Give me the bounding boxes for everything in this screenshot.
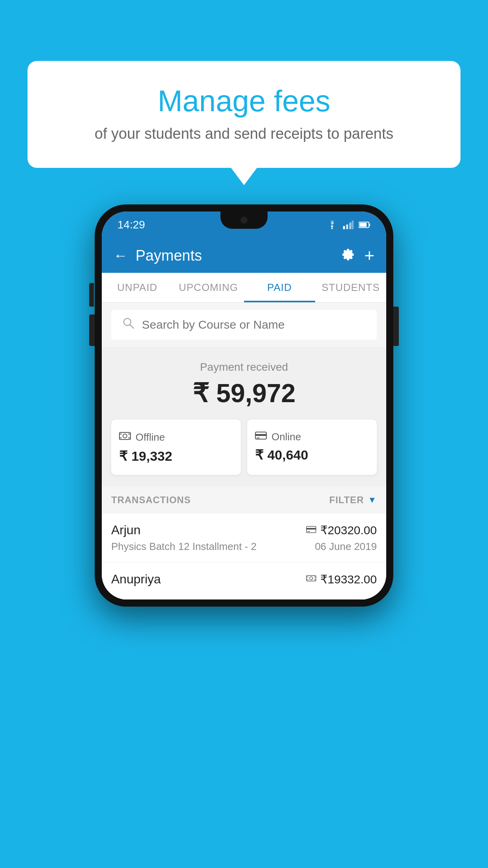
online-label: Online	[272, 431, 301, 443]
transaction-amount-anupriya: ₹19332.00	[320, 572, 377, 586]
svg-point-23	[310, 577, 313, 580]
online-card-header: Online	[255, 430, 369, 443]
svg-rect-4	[352, 221, 354, 229]
tab-upcoming[interactable]: UPCOMING	[173, 273, 244, 302]
transaction-course-arjun: Physics Batch 12 Installment - 2	[111, 541, 257, 553]
status-time: 14:29	[117, 219, 145, 231]
tab-students[interactable]: STUDENTS	[315, 273, 386, 302]
svg-rect-22	[306, 576, 316, 581]
search-input[interactable]	[142, 318, 366, 331]
filter-button[interactable]: FILTER ▼	[329, 495, 377, 506]
svg-rect-21	[307, 531, 310, 532]
offline-card: Offline ₹ 19,332	[111, 419, 241, 475]
settings-button[interactable]	[341, 247, 355, 264]
svg-rect-20	[306, 528, 316, 530]
speech-bubble-container: Manage fees of your students and send re…	[28, 61, 460, 168]
svg-rect-18	[257, 438, 260, 438]
phone-mockup: 14:29	[95, 204, 393, 607]
svg-rect-10	[119, 432, 130, 440]
transaction-item-arjun[interactable]: Arjun ₹20320.00 Ph	[102, 513, 386, 563]
offline-label: Offline	[136, 431, 165, 443]
online-amount: ₹ 40,640	[255, 447, 369, 463]
svg-rect-1	[343, 226, 345, 229]
status-bar: 14:29	[102, 211, 386, 238]
svg-rect-3	[349, 223, 351, 229]
cash-svg	[119, 430, 131, 441]
camera-dot	[240, 217, 248, 224]
battery-icon	[359, 221, 371, 229]
header-icons: +	[341, 246, 374, 265]
transaction-amount-row-anupriya: ₹19332.00	[306, 572, 377, 586]
transaction-row-1-anupriya: Anupriya	[111, 572, 377, 587]
header-title: Payments	[136, 247, 333, 264]
svg-point-0	[331, 228, 333, 229]
transaction-row-1: Arjun ₹20320.00	[111, 523, 377, 537]
search-bar	[111, 310, 377, 340]
payment-type-icon-cash	[306, 573, 316, 585]
payment-type-icon-card	[306, 524, 316, 536]
svg-point-11	[123, 434, 127, 438]
svg-rect-17	[255, 434, 266, 436]
wifi-icon	[326, 221, 338, 229]
offline-amount: ₹ 19,332	[119, 448, 233, 464]
card-icon	[255, 430, 267, 443]
transaction-date-arjun: 06 June 2019	[315, 541, 377, 553]
transaction-name-arjun: Arjun	[111, 523, 141, 537]
search-svg	[122, 317, 135, 329]
transaction-row-2-arjun: Physics Batch 12 Installment - 2 06 June…	[111, 541, 377, 553]
back-button[interactable]: ←	[114, 247, 128, 264]
payment-cards: Offline ₹ 19,332	[111, 419, 377, 475]
transaction-name-anupriya: Anupriya	[111, 572, 161, 587]
transaction-amount-row-arjun: ₹20320.00	[306, 523, 377, 537]
online-card: Online ₹ 40,640	[247, 419, 377, 475]
tabs-bar: UNPAID UPCOMING PAID STUDENTS	[102, 273, 386, 303]
bubble-title: Manage fees	[55, 85, 433, 118]
tab-unpaid[interactable]: UNPAID	[102, 273, 173, 302]
svg-line-9	[130, 325, 134, 329]
svg-rect-6	[369, 224, 370, 226]
transaction-amount-arjun: ₹20320.00	[320, 523, 377, 537]
notch	[220, 211, 268, 229]
svg-rect-2	[346, 224, 348, 229]
search-container	[102, 303, 386, 347]
offline-card-header: Offline	[119, 430, 233, 444]
phone-screen: 14:29	[102, 211, 386, 600]
payment-total-amount: ₹ 59,972	[111, 378, 377, 408]
phone-frame: 14:29	[95, 204, 393, 607]
payment-received-label: Payment received	[111, 361, 377, 373]
cash-icon-small-svg	[306, 574, 316, 583]
filter-label: FILTER	[329, 495, 364, 506]
transaction-item-anupriya[interactable]: Anupriya	[102, 563, 386, 600]
card-svg	[255, 431, 267, 440]
search-icon	[122, 317, 135, 333]
signal-icon	[343, 221, 354, 229]
cash-icon	[119, 430, 131, 444]
gear-icon	[341, 247, 355, 261]
filter-icon: ▼	[368, 495, 377, 505]
payment-summary: Payment received ₹ 59,972	[102, 347, 386, 487]
bubble-subtitle: of your students and send receipts to pa…	[55, 125, 433, 142]
transactions-header: TRANSACTIONS FILTER ▼	[102, 487, 386, 513]
status-icons	[326, 221, 371, 229]
svg-rect-7	[360, 223, 367, 227]
tab-paid[interactable]: PAID	[244, 273, 315, 302]
app-header: ← Payments +	[102, 238, 386, 273]
card-icon-small-svg	[306, 526, 316, 533]
transactions-label: TRANSACTIONS	[111, 495, 191, 506]
speech-bubble: Manage fees of your students and send re…	[28, 61, 460, 168]
add-button[interactable]: +	[364, 246, 374, 265]
